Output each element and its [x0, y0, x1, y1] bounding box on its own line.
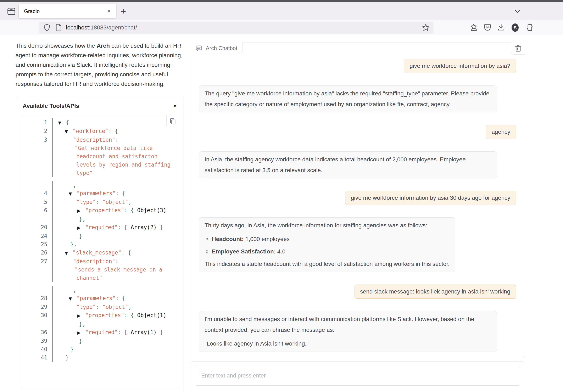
json-line-code: "type": "object", [53, 198, 131, 206]
line-number: 29 [21, 303, 52, 311]
json-line: levels by region and staffing [21, 161, 179, 169]
shield-permissions-icon[interactable] [43, 24, 51, 32]
new-tab-button[interactable]: + [121, 7, 126, 16]
url-text: localhost:18083/agent/chat/ [66, 24, 137, 31]
json-token: , [73, 287, 76, 293]
json-token: { [119, 190, 125, 196]
line-number [21, 215, 52, 223]
json-token: "type" [76, 304, 96, 310]
extensions-puzzle-icon[interactable] [525, 23, 534, 32]
json-line: , [21, 181, 179, 189]
json-token: : [96, 304, 99, 310]
json-token: headcount and satisfacton [76, 153, 157, 160]
json-token: : [115, 190, 119, 196]
collapse-open-icon[interactable]: ▼ [69, 294, 77, 303]
json-line-code: headcount and satisfacton [53, 152, 157, 161]
json-line: 28▼"parameters": { [21, 294, 179, 303]
json-token: [ [121, 224, 127, 230]
json-token: : [124, 207, 128, 214]
json-token: "type" [76, 199, 96, 205]
json-line-code: levels by region and staffing [53, 161, 170, 169]
tab-bar: Gradio × + [0, 2, 563, 20]
line-number [21, 286, 52, 294]
bot-message-bubble: The query "give me workforce information… [199, 86, 497, 113]
line-number: 4 [21, 189, 52, 198]
json-line-code: ▼"slack_message": { [53, 249, 131, 257]
bullet-icon [206, 238, 208, 240]
json-line: headcount and satisfacton [21, 152, 179, 161]
json-token: "properties" [85, 312, 124, 318]
json-line: "Get workforce data like [21, 144, 179, 152]
message-paragraph: Thirty days ago, in Asia, the workforce … [205, 220, 449, 231]
page-info-icon[interactable] [55, 24, 62, 32]
line-number [21, 266, 52, 274]
json-token: Object(3) [134, 207, 166, 214]
line-number: 2 [21, 127, 52, 136]
json-token: : [121, 250, 125, 256]
bot-message-bubble: Thirty days ago, in Asia, the workforce … [199, 217, 455, 272]
line-number: 40 [21, 345, 52, 354]
line-number: 20 [21, 223, 52, 232]
json-line: 4▼"parameters": { [21, 189, 179, 198]
chat-message-list[interactable]: give me workforce information by asia?Th… [190, 43, 525, 358]
json-line: 29"type": "object", [21, 303, 179, 311]
json-token: "sends a slack message on a [75, 266, 162, 273]
collapse-open-icon[interactable]: ▼ [58, 119, 66, 127]
json-line: "sends a slack message on a [21, 266, 179, 274]
json-token: { [66, 119, 69, 126]
accordion-header[interactable]: Available Tools/APIs ▼ [16, 97, 184, 115]
line-number [21, 181, 52, 189]
collapse-open-icon[interactable]: ▼ [65, 127, 73, 136]
list-all-tabs-chevron-icon[interactable] [514, 7, 522, 15]
line-number [21, 144, 52, 152]
json-token: , [73, 182, 76, 188]
json-token: : [118, 329, 121, 335]
bullet-icon [206, 250, 208, 253]
collapse-closed-icon[interactable]: ▶ [77, 312, 85, 320]
json-line-spacer [21, 282, 179, 286]
line-number: 1 [21, 118, 52, 127]
line-number: 27 [21, 257, 52, 266]
json-line-code: channel" [53, 274, 102, 282]
collapse-open-icon[interactable]: ▼ [69, 190, 77, 198]
json-line: 1▼{ [21, 118, 179, 127]
json-token: "description" [73, 258, 115, 265]
json-token: }, [79, 321, 86, 327]
json-line: 20▶"required": [ Array(2) ] [21, 223, 179, 232]
collapse-closed-icon[interactable]: ▶ [77, 207, 85, 215]
json-line: 6▶"properties": { Object(3) [21, 206, 179, 215]
collapse-open-icon[interactable]: ▼ [65, 249, 73, 257]
json-token: : [124, 312, 128, 318]
line-number: 25 [21, 240, 52, 249]
chat-message-bot-row: In Asia, the staffing agency workforce d… [199, 152, 516, 178]
downloads-icon[interactable] [497, 23, 506, 32]
trash-icon [514, 45, 522, 52]
json-viewer[interactable]: 1▼{2▼"workforce": {3"description":"Get w… [21, 115, 179, 389]
pocket-icon[interactable] [483, 23, 492, 32]
save-bookmark-icon[interactable] [469, 23, 478, 32]
chat-message-user-row: give me workforce information by asia 30… [199, 191, 516, 205]
message-paragraph: This indicates a stable headcount with a… [205, 259, 449, 269]
json-line-code: } [53, 232, 82, 240]
json-token: "parameters" [77, 295, 115, 301]
line-number [21, 152, 52, 161]
bullet-list-item: Employee Satisfaction: 4.0 [206, 246, 449, 257]
json-token: "properties" [85, 207, 124, 214]
collapse-closed-icon[interactable]: ▶ [77, 329, 85, 337]
sidebar-toggle-button[interactable] [5, 5, 17, 17]
collapse-closed-icon[interactable]: ▶ [77, 224, 85, 232]
json-token: : [96, 199, 99, 205]
tab-close-icon[interactable]: × [107, 8, 111, 14]
browser-tab-gradio[interactable]: Gradio × [19, 4, 116, 18]
url-bar[interactable]: localhost:18083/agent/chat/ [39, 22, 434, 34]
bookmark-star-icon[interactable] [422, 24, 430, 32]
chatbot-panel: give me workforce information by asia?Th… [190, 42, 525, 358]
tab-title: Gradio [24, 8, 40, 14]
message-paragraph: I'm unable to send messages or interact … [205, 314, 491, 335]
json-token: : [115, 137, 119, 143]
account-avatar[interactable]: S [510, 23, 520, 32]
chat-input[interactable]: Enter text and press enter [195, 366, 520, 386]
clear-chat-button[interactable] [511, 42, 525, 55]
json-line-code: ▼"parameters": { [53, 294, 125, 303]
copy-button[interactable] [166, 115, 179, 127]
